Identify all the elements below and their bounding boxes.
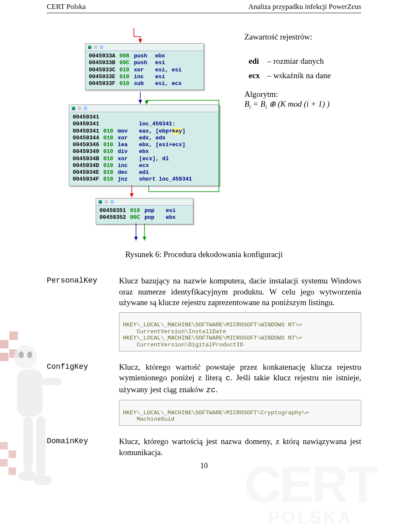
figure-caption: Rysunek 6: Procedura dekodowania konfigu… <box>47 250 361 259</box>
def-configkey: ConfigKey Klucz, którego wartość powstaj… <box>47 362 361 433</box>
asm-block-2: 00459341 00459341loc_459341: 00459341010… <box>69 105 220 186</box>
def-domainkey: DomainKey Klucz, którego wartością jest … <box>47 436 361 458</box>
register-item: edi – rozmiar danych <box>244 57 361 66</box>
header-left: CERT Polska <box>47 3 86 11</box>
registers-heading: Zawartość rejestrów: <box>244 32 361 42</box>
page-header: CERT Polska Analiza przypadku infekcji P… <box>47 0 361 13</box>
registry-listing: HKEY\_LOCAL\_MACHINE\SOFTWARE\MICROSOFT\… <box>119 312 361 351</box>
register-item: ecx – wskaźnik na dane <box>244 71 361 80</box>
page-number: 10 <box>0 461 408 470</box>
def-text: Klucz, którego wartość powstaje przez ko… <box>119 362 361 394</box>
header-right: Analiza przypadku infekcji PowerZeus <box>248 3 361 11</box>
asm-block-1: 0045933A008pushebx 0045933B00Cpushesi 00… <box>85 43 204 90</box>
algorithm-formula: Bi = Bi ⊕ (K mod (i + 1) ) <box>244 99 361 110</box>
disassembly-figure: 0045933A008pushebx 0045933B00Cpushesi 00… <box>47 28 236 241</box>
registers-sidebar: Zawartość rejestrów: edi – rozmiar danyc… <box>244 28 361 110</box>
def-text: Klucz, którego wartością jest nazwa dome… <box>119 437 361 457</box>
def-personalkey: PersonalKey Klucz bazujący na nazwie kom… <box>47 275 361 359</box>
asm-toolbar-icon <box>85 44 204 51</box>
def-text: Klucz bazujący na nazwie komputera, daci… <box>119 276 361 307</box>
asm-toolbar-icon <box>96 198 193 206</box>
asm-toolbar-icon <box>69 105 219 112</box>
algorithm-block: Algorytm: Bi = Bi ⊕ (K mod (i + 1) ) <box>244 90 361 110</box>
registry-listing: HKEY\_LOCAL\_MACHINE\SOFTWARE\MICROSOFT\… <box>119 400 361 426</box>
asm-block-3: 00459351010popesi 0045935200Cpopebx <box>96 198 193 224</box>
